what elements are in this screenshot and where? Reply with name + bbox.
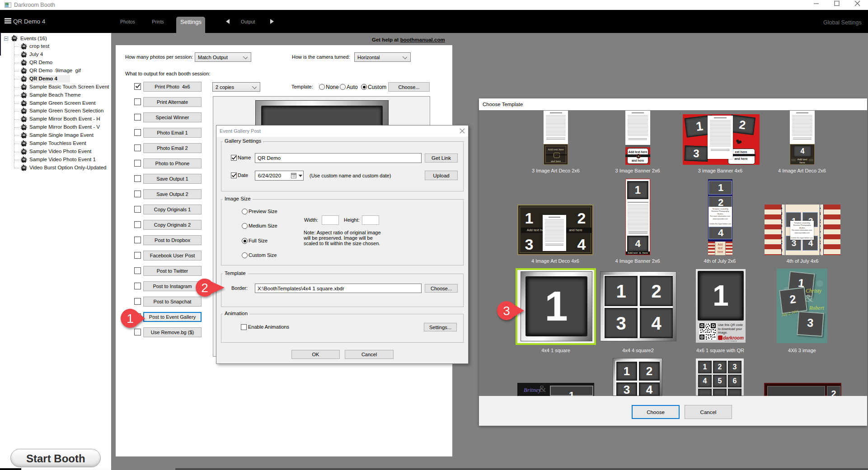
svg-text:1: 1 bbox=[127, 312, 134, 326]
svg-text:2: 2 bbox=[201, 281, 208, 295]
svg-text:3: 3 bbox=[503, 304, 510, 318]
